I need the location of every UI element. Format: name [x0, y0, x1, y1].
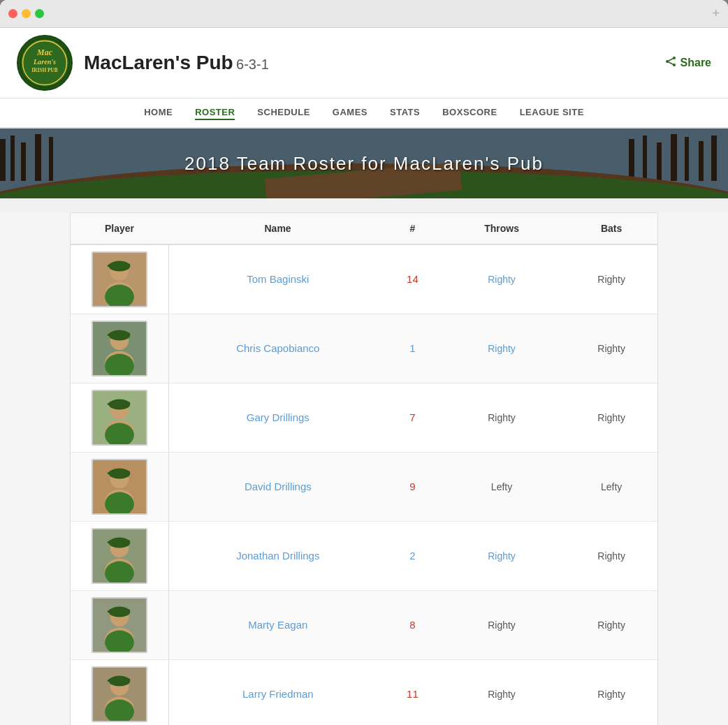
player-number: 2 [387, 521, 438, 590]
svg-rect-76 [108, 680, 113, 682]
col-number: # [387, 213, 438, 244]
player-throws: Lefty [438, 452, 565, 521]
player-name[interactable]: Jonathan Drillings [168, 521, 387, 590]
share-button[interactable]: Share [665, 56, 711, 70]
player-name[interactable]: Chris Capobianco [168, 314, 387, 383]
table-row: Marty Eagan8RightyRighty [71, 590, 657, 659]
player-photo-cell [71, 314, 168, 383]
table-row: Jonathan Drillings2RightyRighty [71, 521, 657, 590]
svg-text:IRISH PUB: IRISH PUB [31, 67, 58, 73]
hero-title: 2018 Team Roster for MacLaren's Pub [184, 153, 544, 175]
svg-line-10 [667, 61, 674, 65]
player-name[interactable]: Gary Drillings [168, 383, 387, 452]
player-avatar [92, 597, 147, 653]
col-player: Player [71, 213, 168, 244]
svg-rect-34 [108, 265, 113, 267]
minimize-button[interactable] [22, 9, 31, 18]
table-row: David Drillings9LeftyLefty [71, 452, 657, 521]
player-photo-cell [71, 452, 168, 521]
player-number: 11 [387, 659, 438, 725]
header-title-area: MacLaren's Pub 6-3-1 [84, 52, 665, 74]
player-photo-cell [71, 590, 168, 659]
table-row: Chris Capobianco1RightyRighty [71, 314, 657, 383]
app-header: Mac Laren's IRISH PUB MacLaren's Pub 6-3… [0, 28, 728, 98]
roster-table: Player Name # Throws Bats Tom Bagins [71, 213, 657, 725]
player-avatar [92, 528, 147, 584]
title-bar: + [0, 0, 728, 28]
player-number: 8 [387, 590, 438, 659]
player-photo-cell [71, 244, 168, 314]
player-name[interactable]: Marty Eagan [168, 590, 387, 659]
close-button[interactable] [8, 9, 17, 18]
team-record: 6-3-1 [236, 57, 269, 72]
nav-league-site[interactable]: LEAGUE SITE [520, 105, 584, 120]
nav-schedule[interactable]: SCHEDULE [257, 105, 310, 120]
player-bats: Lefty [565, 452, 657, 521]
nav-boxscore[interactable]: BOXSCORE [442, 105, 497, 120]
player-avatar [92, 321, 147, 376]
player-avatar [92, 459, 147, 515]
hero-banner: 2018 Team Roster for MacLaren's Pub [0, 129, 728, 198]
player-number: 14 [387, 244, 438, 314]
player-throws: Righty [438, 590, 565, 659]
player-throws: Righty [438, 659, 565, 725]
col-bats: Bats [565, 213, 657, 244]
player-bats: Righty [565, 590, 657, 659]
player-photo-cell [71, 521, 168, 590]
player-bats: Righty [565, 521, 657, 590]
player-name[interactable]: David Drillings [168, 452, 387, 521]
svg-text:Laren's: Laren's [33, 58, 56, 66]
svg-rect-48 [108, 403, 113, 405]
table-row: Gary Drillings7RightyRighty [71, 383, 657, 452]
team-name: MacLaren's Pub [84, 52, 233, 73]
table-header-row: Player Name # Throws Bats [71, 213, 657, 244]
svg-rect-41 [108, 334, 113, 336]
player-name[interactable]: Tom Baginski [168, 244, 387, 314]
col-throws: Throws [438, 213, 565, 244]
player-avatar [92, 251, 147, 307]
nav-roster[interactable]: ROSTER [195, 105, 235, 120]
player-bats: Righty [565, 659, 657, 725]
player-throws: Righty [438, 244, 565, 314]
svg-line-9 [667, 58, 674, 61]
player-number: 7 [387, 383, 438, 452]
window-controls [8, 9, 44, 18]
roster-table-wrapper: Player Name # Throws Bats Tom Bagins [70, 212, 658, 725]
player-number: 1 [387, 314, 438, 383]
table-row: Tom Baginski14RightyRighty [71, 244, 657, 314]
app-window: + Mac Laren's IRISH PUB MacLaren's Pub 6… [0, 0, 728, 725]
nav-home[interactable]: HOME [144, 105, 173, 120]
table-row: Larry Friedman11RightyRighty [71, 659, 657, 725]
col-name: Name [168, 213, 387, 244]
main-content: Player Name # Throws Bats Tom Bagins [0, 212, 728, 725]
maximize-button[interactable] [35, 9, 44, 18]
player-throws: Righty [438, 521, 565, 590]
player-bats: Righty [565, 244, 657, 314]
team-logo: Mac Laren's IRISH PUB [17, 35, 73, 91]
player-bats: Righty [565, 383, 657, 452]
player-avatar [92, 390, 147, 446]
svg-text:Mac: Mac [36, 47, 53, 57]
svg-rect-69 [108, 610, 113, 613]
player-photo-cell [71, 383, 168, 452]
nav-stats[interactable]: STATS [390, 105, 420, 120]
svg-rect-62 [108, 541, 113, 543]
player-throws: Righty [438, 383, 565, 452]
player-bats: Righty [565, 314, 657, 383]
share-label: Share [680, 57, 711, 69]
svg-rect-55 [108, 472, 113, 474]
player-throws: Righty [438, 314, 565, 383]
nav-bar: HOME ROSTER SCHEDULE GAMES STATS BOXSCOR… [0, 98, 728, 129]
new-tab-button[interactable]: + [712, 6, 720, 21]
player-name[interactable]: Larry Friedman [168, 659, 387, 725]
share-icon [665, 56, 676, 70]
player-number: 9 [387, 452, 438, 521]
player-photo-cell [71, 659, 168, 725]
nav-games[interactable]: GAMES [333, 105, 367, 120]
player-avatar [92, 666, 147, 722]
